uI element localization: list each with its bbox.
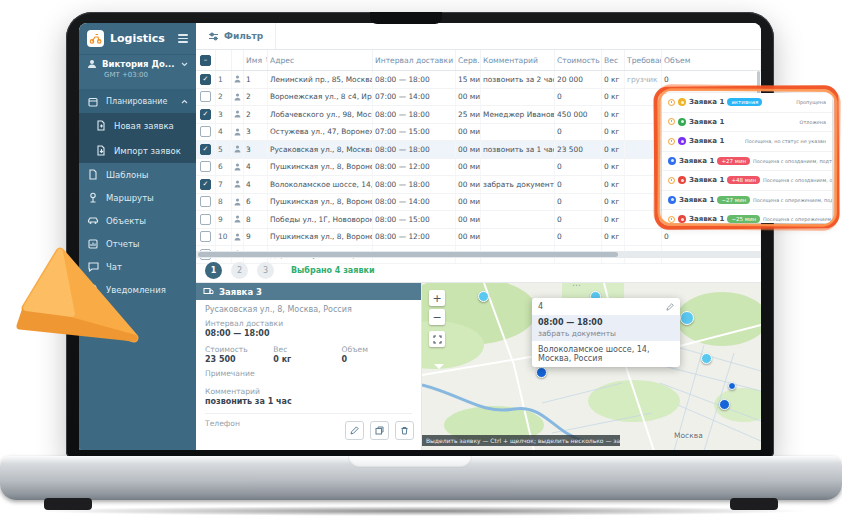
scrollbar-thumb[interactable]	[198, 252, 618, 257]
map-marker[interactable]	[478, 291, 489, 302]
row-number: 4	[216, 124, 232, 141]
vehicle-icon	[668, 157, 676, 165]
splitter-handle-icon[interactable]: ⋯	[572, 282, 582, 290]
row-weight: 0 кг	[602, 141, 625, 158]
row-number: 2	[216, 89, 232, 106]
selection-summary: Выбрано 4 заявки	[291, 266, 374, 275]
page-button-1[interactable]: 1	[205, 262, 222, 279]
select-all-checkbox[interactable]	[200, 55, 211, 66]
row-name: 2	[244, 106, 268, 123]
delete-button[interactable]	[395, 421, 414, 440]
row-checkbox[interactable]	[200, 161, 211, 172]
column-service[interactable]: Серв...	[456, 50, 481, 70]
sidebar-item-new-request[interactable]: Новая заявка	[79, 113, 196, 138]
person-icon	[232, 176, 244, 193]
map[interactable]: ⋯ + − 4 08:00 — 18:00 заб	[422, 282, 761, 450]
sidebar-item-routes[interactable]: Маршруты	[79, 186, 196, 209]
zoom-in-button[interactable]: +	[429, 290, 445, 306]
row-comment	[481, 89, 555, 106]
legend-label: Заявка 1	[679, 157, 714, 165]
row-number: 8	[216, 194, 232, 211]
row-cost: 0	[555, 229, 602, 246]
row-checkbox[interactable]	[200, 74, 211, 85]
map-marker[interactable]	[536, 367, 547, 378]
map-marker[interactable]	[680, 311, 694, 325]
row-interval: 08:00 — 12:00	[373, 159, 456, 176]
row-service: 00 мин	[456, 159, 481, 176]
column-name[interactable]: Имя↑	[244, 50, 268, 70]
legend-row: Заявка 1 +27 мин Посещена с опозданием, …	[662, 152, 832, 172]
page-button-2[interactable]: 2	[231, 262, 248, 279]
filter-button[interactable]: Фильтр	[196, 23, 276, 49]
status-legend-overlay: Заявка 1 активная Пропущена Заявка 1 Отл…	[652, 84, 842, 232]
row-checkbox[interactable]	[200, 196, 211, 207]
column-requirements[interactable]: Требования...	[625, 50, 662, 70]
row-checkbox[interactable]	[200, 126, 211, 137]
logo-row: Logistics	[79, 23, 196, 55]
sidebar-item-planning[interactable]: Планирование	[79, 90, 196, 113]
vehicle-icon	[678, 215, 686, 223]
sidebar-item-import-requests[interactable]: Импорт заявок	[79, 138, 196, 163]
sidebar-item-objects[interactable]: Объекты	[79, 209, 196, 232]
popup-title: 4	[538, 302, 543, 311]
row-checkbox[interactable]	[200, 179, 211, 190]
shadow	[30, 506, 812, 516]
detail-comment-value: позвонить за 1 час	[205, 397, 412, 406]
legend-label: Заявка 1	[689, 98, 724, 106]
clock-icon	[668, 99, 675, 106]
menu-icon[interactable]	[178, 32, 188, 45]
row-checkbox[interactable]	[200, 214, 211, 225]
edit-button[interactable]	[345, 421, 364, 440]
map-marker[interactable]	[728, 382, 736, 390]
row-service: 00 мин	[456, 124, 481, 141]
row-service: 00 мин	[456, 141, 481, 158]
map-marker[interactable]	[719, 399, 730, 410]
legend-rows: Заявка 1 активная Пропущена Заявка 1 Отл…	[662, 93, 832, 223]
user-timezone: GMT +03:00	[104, 71, 188, 79]
import-requests-icon	[95, 145, 107, 156]
row-checkbox[interactable]	[200, 144, 211, 155]
horizontal-scrollbar[interactable]	[196, 251, 761, 258]
row-weight: 0 кг	[602, 229, 625, 246]
column-volume[interactable]: Объем	[662, 50, 761, 70]
row-address: Остужева ул., 47, Воронеж, Ворон...	[268, 124, 373, 141]
row-weight: 0 кг	[602, 106, 625, 123]
row-checkbox[interactable]	[200, 231, 211, 242]
sidebar-item-label: Новая заявка	[114, 121, 174, 131]
column-cost[interactable]: Стоимость	[555, 50, 602, 70]
new-request-icon	[95, 120, 107, 131]
column-weight[interactable]: Вес	[602, 50, 625, 70]
row-interval: 07:00 — 15:00	[373, 124, 456, 141]
legend-status: Пропущена	[796, 99, 826, 105]
copy-button[interactable]	[370, 421, 389, 440]
row-comment	[481, 194, 555, 211]
page-button-3[interactable]: 3	[257, 262, 274, 279]
fullscreen-button[interactable]	[429, 331, 445, 347]
divider	[205, 413, 412, 414]
column-address[interactable]: Адрес	[268, 50, 373, 70]
map-marker[interactable]	[701, 353, 712, 364]
clock-icon	[668, 216, 675, 223]
row-number: 6	[216, 159, 232, 176]
legend-status: Посещена с опережением, подтверждена	[753, 197, 832, 203]
column-interval[interactable]: Интервал доставки	[373, 50, 456, 70]
user-row[interactable]: Виктория До... GMT +03:00	[79, 55, 196, 90]
legend-row: Заявка 1 −25 мин Посещена с опережением,…	[662, 210, 832, 223]
sidebar-item-label: Маршруты	[106, 193, 154, 203]
sidebar-item-label: Шаблоны	[106, 170, 148, 180]
row-checkbox[interactable]	[200, 91, 211, 102]
pencil-icon[interactable]	[666, 303, 674, 311]
row-interval: 08:00 — 12:00	[373, 229, 456, 246]
row-service: 25 мин	[456, 106, 481, 123]
legend-status: Посещена с опозданием, отложена	[763, 177, 832, 183]
legend-badge: −25 мин	[727, 215, 760, 223]
sidebar-item-templates[interactable]: Шаблоны	[79, 163, 196, 186]
map-hint: Выделить заявку — Ctrl + щелчок; выделит…	[422, 435, 620, 446]
row-comment	[481, 229, 555, 246]
pencil-icon	[350, 426, 359, 435]
zoom-out-button[interactable]: −	[429, 309, 445, 325]
legend-label: Заявка 1	[689, 137, 724, 145]
row-checkbox[interactable]	[200, 109, 211, 120]
legend-badge: активная	[727, 98, 762, 106]
column-comment[interactable]: Комментарий	[481, 50, 555, 70]
